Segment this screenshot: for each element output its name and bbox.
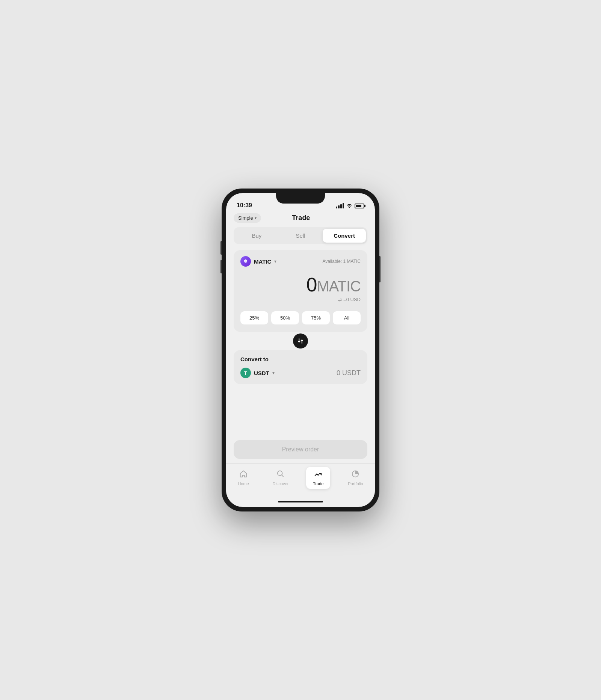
amount-usd: ⇄ =0 USD — [240, 297, 361, 302]
notch — [276, 193, 325, 204]
bottom-nav: Home Discover Trade — [226, 463, 375, 496]
header: Simple ▾ Trade — [226, 212, 375, 227]
nav-portfolio[interactable]: Portfolio — [342, 468, 369, 487]
to-token-name: USDT — [254, 370, 269, 376]
power-button — [379, 256, 381, 282]
home-icon — [239, 470, 248, 480]
battery-icon — [355, 204, 364, 208]
home-indicator — [278, 501, 323, 502]
to-card-title: Convert to — [240, 356, 361, 362]
chevron-down-icon: ▾ — [255, 216, 257, 220]
signal-icon — [336, 203, 344, 208]
matic-logo — [240, 256, 251, 267]
to-amount: 0 USDT — [337, 369, 361, 377]
wifi-icon — [346, 203, 352, 209]
status-icons — [336, 203, 364, 209]
pct-25-button[interactable]: 25% — [240, 311, 268, 324]
token-chevron-icon: ▾ — [274, 259, 276, 264]
home-bar — [226, 496, 375, 507]
nav-trade-label: Trade — [313, 481, 323, 486]
nav-discover-label: Discover — [273, 481, 289, 486]
mode-label: Simple — [238, 215, 253, 221]
main-content: MATIC ▾ Available: 1 MATIC 0MATIC ⇄ =0 U… — [226, 250, 375, 433]
discover-icon — [276, 470, 285, 480]
from-card: MATIC ▾ Available: 1 MATIC 0MATIC ⇄ =0 U… — [234, 250, 367, 332]
phone-frame: 10:39 Simpl — [222, 189, 379, 511]
status-time: 10:39 — [237, 202, 252, 209]
convert-arrows-icon: ⇄ — [338, 297, 342, 302]
nav-trade[interactable]: Trade — [306, 467, 330, 489]
tab-convert[interactable]: Convert — [323, 229, 366, 243]
portfolio-icon — [351, 470, 359, 480]
amount-value: 0MATIC — [240, 273, 361, 296]
nav-portfolio-label: Portfolio — [348, 481, 363, 486]
pct-75-button[interactable]: 75% — [302, 311, 330, 324]
mode-selector[interactable]: Simple ▾ — [234, 213, 261, 223]
pct-50-button[interactable]: 50% — [271, 311, 299, 324]
nav-discover[interactable]: Discover — [267, 468, 295, 487]
swap-button-container — [234, 333, 367, 348]
volume-down-button — [220, 260, 222, 273]
nav-home-label: Home — [238, 481, 249, 486]
volume-up-button — [220, 241, 222, 255]
from-token-name: MATIC — [254, 258, 271, 265]
nav-home[interactable]: Home — [232, 468, 255, 487]
usdt-logo: T — [240, 368, 251, 378]
preview-order-button[interactable]: Preview order — [234, 440, 367, 459]
from-card-header: MATIC ▾ Available: 1 MATIC — [240, 256, 361, 267]
trade-tabs: Buy Sell Convert — [234, 227, 367, 244]
trade-icon — [314, 470, 322, 480]
tab-buy[interactable]: Buy — [235, 229, 278, 243]
amount-unit: MATIC — [317, 278, 361, 294]
token-selector-usdt[interactable]: T USDT ▾ — [240, 368, 275, 378]
available-balance: Available: 1 MATIC — [322, 259, 361, 264]
to-card: Convert to T USDT ▾ 0 USDT — [234, 350, 367, 384]
percentage-buttons: 25% 50% 75% All — [240, 311, 361, 324]
tab-sell[interactable]: Sell — [279, 229, 322, 243]
page-title: Trade — [292, 214, 310, 222]
phone-screen: 10:39 Simpl — [226, 193, 375, 507]
pct-all-button[interactable]: All — [333, 311, 361, 324]
to-card-row: T USDT ▾ 0 USDT — [240, 368, 361, 378]
swap-button[interactable] — [293, 333, 308, 348]
token-selector-matic[interactable]: MATIC ▾ — [240, 256, 276, 267]
to-token-chevron-icon: ▾ — [272, 370, 275, 376]
amount-display[interactable]: 0MATIC ⇄ =0 USD — [240, 270, 361, 305]
